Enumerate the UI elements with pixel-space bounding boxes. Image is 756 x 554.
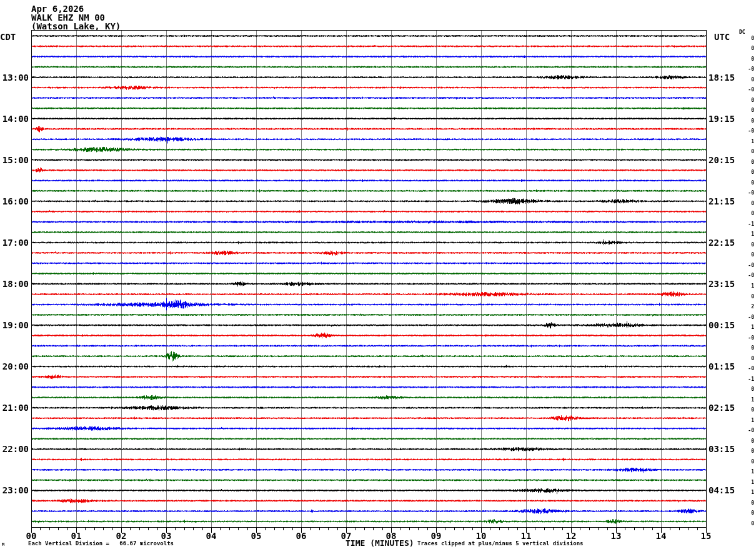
dc-value: 0 xyxy=(739,211,754,216)
dc-value: 0 xyxy=(739,438,754,444)
dc-value: 0 xyxy=(739,98,754,103)
dc-value: -0 xyxy=(739,87,754,93)
dc-value: -0 xyxy=(739,366,754,371)
dc-value: 1 xyxy=(739,231,754,237)
scale-note: Each Vertical Division = 66.67 microvolt… xyxy=(28,540,174,546)
clip-note: Traces clipped at plus/minus 5 vertical … xyxy=(417,540,584,546)
dc-value: 0 xyxy=(739,510,754,516)
x-tick-label: 11 xyxy=(517,531,535,541)
hour-label-left: 22:00 xyxy=(0,445,29,453)
dc-value: 0 xyxy=(739,201,754,206)
dc-value: 0 xyxy=(739,36,754,41)
x-axis-title: TIME (MINUTES) xyxy=(346,538,414,548)
dc-value: 2 xyxy=(739,304,754,310)
dc-value: -0 xyxy=(739,273,754,278)
dc-value: 0 xyxy=(739,118,754,124)
dc-value: 0 xyxy=(739,169,754,175)
dc-value: 0 xyxy=(739,252,754,258)
dc-value: -1 xyxy=(739,221,754,227)
right-timezone-label: UTC xyxy=(714,32,730,42)
dc-value: 0 xyxy=(739,56,754,62)
x-tick-label: 13 xyxy=(607,531,625,541)
x-tick-label: 12 xyxy=(562,531,580,541)
title-location: (Watson Lake, KY) xyxy=(31,22,121,31)
x-tick-label: 14 xyxy=(652,531,670,541)
seismogram-plot-canvas xyxy=(0,0,756,554)
x-tick-label: 03 xyxy=(157,531,175,541)
title-station: WALK EHZ NM 00 xyxy=(31,13,105,22)
dc-value: 1 xyxy=(739,480,754,485)
helicorder-screen: Apr 6,2026 WALK EHZ NM 00 (Watson Lake, … xyxy=(0,0,756,554)
dc-value: 0 xyxy=(739,345,754,351)
x-tick-label: 01 xyxy=(67,531,85,541)
dc-column-label: DC xyxy=(739,29,745,35)
x-tick-label: 00 xyxy=(22,531,40,541)
left-timezone-label: CDT xyxy=(0,32,16,42)
dc-value: -0 xyxy=(739,190,754,196)
x-tick-label: 15 xyxy=(697,531,715,541)
hour-label-left: 17:00 xyxy=(0,238,29,247)
dc-value: -0 xyxy=(739,128,754,134)
dc-value: -0 xyxy=(739,263,754,268)
dc-value: 1 xyxy=(739,469,754,475)
dc-value: 0 xyxy=(739,459,754,465)
dc-value: 1 xyxy=(739,283,754,289)
hour-label-left: 23:00 xyxy=(0,486,29,495)
dc-value: 0 xyxy=(739,356,754,361)
dc-value: 0 xyxy=(739,46,754,51)
x-tick-label: 10 xyxy=(472,531,490,541)
x-tick-label: 04 xyxy=(202,531,220,541)
dc-value: -0 xyxy=(739,335,754,341)
dc-value: 0 xyxy=(739,448,754,454)
corner-mark: M xyxy=(2,542,4,547)
hour-label-left: 13:00 xyxy=(0,73,29,82)
dc-value: 1 xyxy=(739,325,754,330)
dc-value: 0 xyxy=(739,521,754,526)
dc-value: 1 xyxy=(739,139,754,144)
dc-value: 1 xyxy=(739,490,754,495)
dc-value: 0 xyxy=(739,77,754,83)
x-tick-label: 09 xyxy=(427,531,445,541)
dc-value: 0 xyxy=(739,108,754,113)
dc-value: -0 xyxy=(739,315,754,320)
hour-label-left: 15:00 xyxy=(0,156,29,164)
hour-label-left: 16:00 xyxy=(0,197,29,206)
dc-value: 1 xyxy=(739,418,754,423)
title-date: Apr 6,2026 xyxy=(31,4,84,13)
dc-value: 0 xyxy=(739,386,754,392)
dc-value: 0 xyxy=(739,149,754,154)
dc-value: 0 xyxy=(739,159,754,165)
dc-value: -0 xyxy=(739,66,754,72)
x-tick-label: 06 xyxy=(292,531,310,541)
dc-value: 0 xyxy=(739,242,754,248)
hour-label-left: 21:00 xyxy=(0,403,29,412)
dc-value: 1 xyxy=(739,397,754,403)
dc-value: -1 xyxy=(739,376,754,382)
hour-label-left: 19:00 xyxy=(0,321,29,330)
x-tick-label: 05 xyxy=(247,531,265,541)
dc-value: -0 xyxy=(739,428,754,433)
x-tick-label: 02 xyxy=(112,531,130,541)
dc-value: 0 xyxy=(739,407,754,413)
dc-value: 0 xyxy=(739,294,754,300)
dc-value: 0 xyxy=(739,180,754,186)
hour-label-left: 14:00 xyxy=(0,114,29,123)
dc-value: 0 xyxy=(739,500,754,506)
hour-label-left: 18:00 xyxy=(0,280,29,288)
hour-label-left: 20:00 xyxy=(0,362,29,371)
